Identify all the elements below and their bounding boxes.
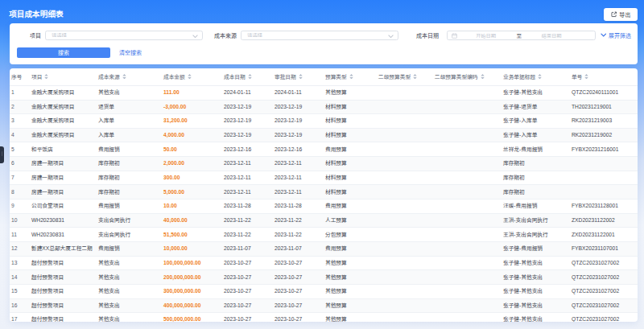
table-cell: 2023-11-22 [273,230,324,238]
table-cell: 15 [10,286,30,294]
side-drawer-tab[interactable] [0,146,4,163]
table-cell: 5,000.00 [162,187,222,195]
table-cell: 4 [10,130,30,138]
table-cell: 费用报销 [97,201,162,209]
table-cell: 库存期初 [502,158,570,167]
column-header-label: 项目 [31,72,42,80]
table-cell: QTZC20231027002 [570,258,638,266]
column-header-label: 成本来源 [98,72,120,80]
table-cell: 2023-11-28 [273,201,324,209]
table-cell: FYBX20231216001 [570,145,638,153]
table-cell: 张子健-其他支出 [502,258,570,266]
column-header-label: 二级预算类型 [378,72,411,80]
table-cell: 其他预算 [324,315,377,321]
expand-filters-label: 展开筛选 [609,31,631,39]
table-cell: 2023-11-22 [273,216,324,224]
table-cell: 2,000.00 [162,158,222,167]
column-header[interactable]: 二级预算类型 [377,72,433,80]
sort-carets-icon [538,74,542,80]
table-row: 3金融大厦采购项目入库单31,200.002023-12-192023-12-1… [10,114,638,129]
column-header[interactable]: 单号 [570,72,638,80]
table-cell: 库存期初 [97,173,162,181]
filter-panel: 项目 请选择 成本来源 请选择 成本日期 开始日期 至 结束日期 展开筛选 搜索… [10,23,638,64]
column-header-label: 审批日期 [275,72,296,80]
table-row: 2金融大厦采购项目退货单-3,000.002023-12-192023-12-1… [10,101,638,115]
column-header[interactable]: 二级预算类型编码 [433,72,502,80]
column-header[interactable]: 审批日期 [273,72,324,80]
table-cell: 金融大厦采购项目 [30,130,97,138]
table-cell: 张子健-其他支出 [502,286,570,294]
table-cell: 2023-12-19 [222,116,273,124]
table-cell: 111.00 [162,88,222,96]
table-row: 7房建一期项目库存期初300.002023-12-112023-12-11材料预… [10,171,638,186]
project-filter-label: 项目 [30,31,41,40]
column-header[interactable]: 项目 [30,72,97,80]
table-row: 4金融大厦采购项目入库单4,000.002023-12-192023-12-19… [10,129,638,143]
table-cell: 2023-12-19 [273,130,324,138]
date-range-input[interactable]: 开始日期 至 结束日期 [447,31,596,40]
table-cell: 材料预算 [324,102,377,110]
clear-search-button[interactable]: 清空搜索 [119,47,142,58]
table-cell: 2023-11-07 [222,244,273,252]
table-cell: 费用预算 [324,201,377,209]
table-cell: 17 [10,315,30,321]
date-start-placeholder: 开始日期 [469,33,503,39]
table-row: 1金融大厦采购项目其他支出111.002024-01-112024-01-11其… [10,86,638,101]
column-header[interactable]: 成本金额 [162,72,222,80]
table-cell: 200,000,000.00 [162,273,222,281]
table-cell: 库存期初 [97,158,162,167]
table-cell: 14 [10,273,30,281]
table-cell: 费用报销 [97,244,162,252]
table-cell: 费用报销 [97,145,162,153]
table-cell: 房建一期项目 [30,187,97,195]
table-cell: 2023-10-27 [222,286,273,294]
table-row: 6房建一期项目库存期初2,000.002023-12-112023-12-11材… [10,157,638,171]
search-button[interactable]: 搜索 [17,47,110,58]
table-cell: 张子健-其他支出 [502,301,570,309]
table-cell: TH20231219001 [570,102,638,110]
column-header-label: 二级预算类型编码 [435,72,478,80]
table-cell: FYBX20231107001 [570,244,638,252]
table-cell: 支出合同执行 [97,216,162,224]
column-header[interactable]: 成本日期 [222,72,273,80]
table-cell: 2023-11-22 [222,230,273,238]
table-row: 17超付预警项目其他支出500,000,000.002023-10-272023… [10,313,638,321]
table-cell: 1 [10,88,30,96]
table-cell: 其他预算 [324,88,377,96]
table-cell: 张子健-入库单 [502,116,570,124]
table-cell: 超付预警项目 [30,258,97,266]
source-select[interactable]: 请选择 [241,31,398,40]
column-header[interactable]: 成本来源 [97,72,162,80]
calendar-icon [452,33,457,39]
table-cell: 张子健-其他支出 [502,273,570,281]
table-cell: QTZC20240111001 [570,88,638,96]
column-header[interactable]: 业务单据标题 [502,72,570,80]
table-cell: 房建一期项目 [30,158,97,167]
table-cell: 分包预算 [324,230,377,238]
table-cell: 张子健-其他支出 [502,315,570,321]
table-cell: 100,000,000.00 [162,258,222,266]
column-header[interactable]: 预算类型 [324,72,377,80]
sort-carets-icon [44,74,48,80]
column-header-label: 单号 [572,72,582,80]
table-cell: 50.00 [162,145,222,153]
table-cell: 3 [10,116,30,124]
table-cell: 2023-12-11 [222,173,273,181]
table-cell: 张子健-入库单 [502,130,570,138]
project-select[interactable]: 请选择 [45,31,203,40]
table-cell: 王洪-支出合同执行 [502,216,570,224]
table-cell: QTZC20231027002 [570,315,638,321]
table-cell: 退货单 [97,102,162,110]
table-row: 13超付预警项目其他支出100,000,000.002023-10-272023… [10,257,638,271]
export-button[interactable]: 导出 [604,8,638,21]
table-cell: 金融大厦采购项目 [30,116,97,124]
table-cell: 2023-10-27 [273,301,324,309]
table-row: 11WH20230831支出合同执行51,500.002023-11-22202… [10,228,638,242]
column-header-label: 成本日期 [224,72,246,80]
table-cell: 2023-12-11 [273,158,324,167]
table-cell: RK20231219002 [570,130,638,138]
table-cell: 2023-10-27 [273,315,324,321]
expand-filters-button[interactable]: 展开筛选 [601,31,632,40]
column-header-label: 预算类型 [325,72,347,80]
table-cell: 6 [10,158,30,167]
